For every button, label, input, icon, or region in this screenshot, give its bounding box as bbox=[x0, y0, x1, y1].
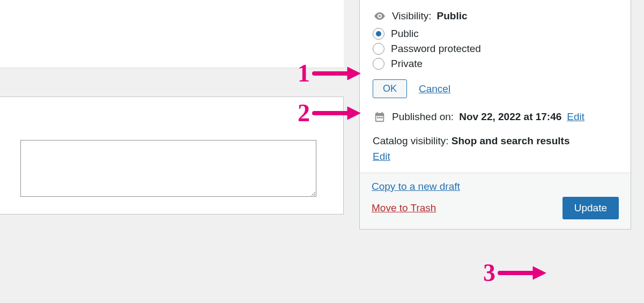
content-panel-top bbox=[0, 0, 344, 68]
radio-password-protected[interactable]: Password protected bbox=[373, 43, 618, 55]
move-to-trash-link[interactable]: Move to Trash bbox=[372, 202, 436, 214]
svg-marker-5 bbox=[533, 267, 546, 279]
edit-catalog-link[interactable]: Edit bbox=[373, 151, 390, 162]
calendar-icon bbox=[373, 111, 387, 123]
published-row: Published on: Nov 22, 2022 at 17:46 Edit bbox=[373, 111, 618, 123]
annotation-number-3: 3 bbox=[483, 258, 495, 287]
svg-marker-3 bbox=[347, 107, 360, 120]
copy-to-draft-link[interactable]: Copy to a new draft bbox=[372, 181, 460, 192]
published-value: Nov 22, 2022 at 17:46 bbox=[459, 111, 561, 123]
catalog-label: Catalog visibility: bbox=[373, 135, 449, 146]
visibility-radio-group: Public Password protected Private bbox=[373, 28, 618, 70]
catalog-visibility-row: Catalog visibility: Shop and search resu… bbox=[373, 134, 618, 164]
eye-icon bbox=[373, 10, 387, 23]
publish-footer: Copy to a new draft Move to Trash Update bbox=[360, 173, 631, 229]
radio-input-public[interactable] bbox=[373, 28, 384, 40]
content-textarea[interactable] bbox=[20, 140, 316, 197]
published-label: Published on: bbox=[392, 111, 454, 123]
ok-button[interactable]: OK bbox=[373, 79, 407, 98]
publish-sidebar: Visibility: Public Public Password prote… bbox=[359, 0, 631, 230]
visibility-actions: OK Cancel bbox=[373, 79, 618, 98]
radio-label-public: Public bbox=[391, 28, 419, 40]
edit-published-link[interactable]: Edit bbox=[567, 111, 584, 123]
catalog-value: Shop and search results bbox=[451, 135, 570, 146]
radio-public[interactable]: Public bbox=[373, 28, 618, 40]
publishing-options: Visibility: Public Public Password prote… bbox=[360, 0, 631, 173]
visibility-label: Visibility: bbox=[392, 10, 432, 22]
radio-input-password[interactable] bbox=[373, 43, 384, 55]
visibility-value: Public bbox=[437, 10, 468, 22]
footer-actions: Move to Trash Update bbox=[372, 197, 619, 219]
main-content-area bbox=[0, 0, 344, 303]
cancel-link[interactable]: Cancel bbox=[419, 83, 450, 95]
svg-marker-1 bbox=[347, 67, 360, 80]
annotation-3: 3 bbox=[483, 258, 546, 287]
update-button[interactable]: Update bbox=[562, 197, 619, 219]
radio-label-private: Private bbox=[391, 58, 423, 70]
visibility-row: Visibility: Public bbox=[373, 10, 618, 23]
radio-label-password: Password protected bbox=[391, 43, 481, 55]
radio-private[interactable]: Private bbox=[373, 58, 618, 70]
arrow-icon bbox=[495, 265, 546, 281]
radio-input-private[interactable] bbox=[373, 58, 384, 70]
